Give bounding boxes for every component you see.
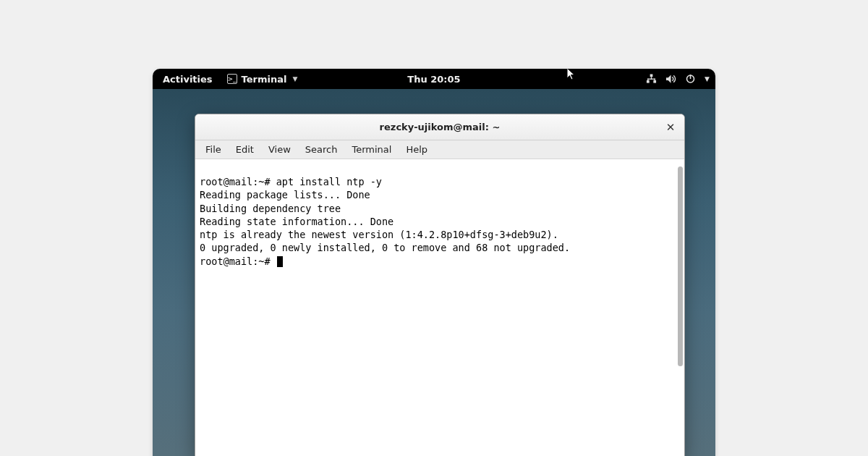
- svg-rect-5: [647, 79, 648, 81]
- network-icon: [646, 74, 657, 84]
- terminal-line: Reading state information... Done: [200, 216, 393, 227]
- app-menu[interactable]: >_ Terminal ▼: [227, 74, 298, 85]
- window-title: rezcky-ujikom@mail: ~: [380, 122, 501, 132]
- clock[interactable]: Thu 20:05: [407, 74, 460, 85]
- terminal-line: root@mail:~# apt install ntp -y: [200, 176, 382, 187]
- terminal-output[interactable]: root@mail:~# apt install ntp -y Reading …: [195, 159, 684, 456]
- power-icon: [685, 74, 696, 84]
- menu-edit[interactable]: Edit: [230, 143, 260, 156]
- text-cursor-icon: [277, 256, 283, 267]
- svg-rect-0: [650, 74, 653, 77]
- menu-help[interactable]: Help: [400, 143, 433, 156]
- menu-search[interactable]: Search: [299, 143, 344, 156]
- svg-rect-1: [647, 80, 650, 83]
- menubar: File Edit View Search Terminal Help: [195, 140, 684, 159]
- mouse-cursor-icon: [566, 69, 576, 84]
- volume-icon: [665, 74, 676, 84]
- svg-rect-8: [690, 75, 692, 79]
- terminal-line: 0 upgraded, 0 newly installed, 0 to remo…: [200, 242, 570, 253]
- gnome-topbar: Activities >_ Terminal ▼ Thu 20:05 ▼: [153, 69, 715, 89]
- terminal-line: Reading package lists... Done: [200, 189, 370, 200]
- screenshot-region: Activities >_ Terminal ▼ Thu 20:05 ▼: [153, 69, 715, 456]
- chevron-down-icon: ▼: [705, 75, 710, 83]
- terminal-icon: >_: [227, 74, 237, 84]
- menu-file[interactable]: File: [200, 143, 227, 156]
- window-titlebar[interactable]: rezcky-ujikom@mail: ~ ✕: [195, 114, 684, 140]
- desktop-background: rezcky-ujikom@mail: ~ ✕ File Edit View S…: [153, 89, 715, 456]
- menu-view[interactable]: View: [263, 143, 297, 156]
- svg-rect-4: [647, 79, 655, 80]
- svg-rect-6: [655, 79, 655, 81]
- app-menu-label: Terminal: [242, 74, 287, 85]
- close-icon: ✕: [666, 121, 676, 134]
- close-button[interactable]: ✕: [663, 119, 678, 135]
- chevron-down-icon: ▼: [292, 75, 297, 83]
- scrollbar-thumb[interactable]: [678, 166, 683, 366]
- system-tray[interactable]: ▼: [646, 74, 710, 84]
- terminal-line: ntp is already the newest version (1:4.2…: [200, 229, 558, 240]
- activities-button[interactable]: Activities: [158, 74, 217, 85]
- scrollbar[interactable]: [677, 166, 683, 452]
- terminal-line: root@mail:~#: [200, 256, 276, 267]
- terminal-window: rezcky-ujikom@mail: ~ ✕ File Edit View S…: [195, 114, 685, 456]
- menu-terminal[interactable]: Terminal: [346, 143, 397, 156]
- svg-rect-2: [653, 80, 656, 83]
- terminal-line: Building dependency tree: [200, 203, 341, 214]
